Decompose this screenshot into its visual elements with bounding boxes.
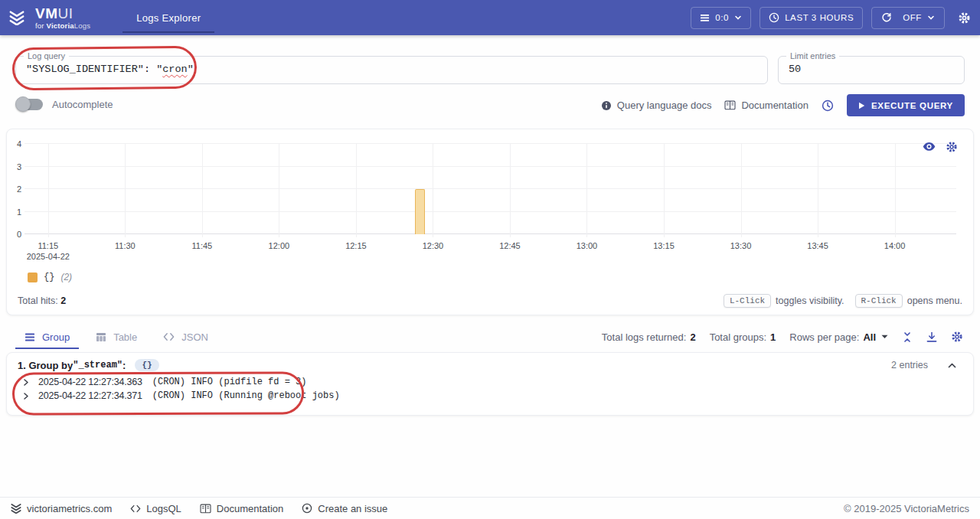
x-gridline (433, 144, 433, 237)
group-result-card: 1. Group by "_stream": {} 2 entries 2025… (6, 352, 974, 416)
chevron-right-icon[interactable] (24, 379, 28, 386)
target-icon (302, 503, 312, 514)
stream-value-chip[interactable]: {} (135, 359, 158, 371)
x-tick-label: 13:15 (653, 241, 675, 250)
autocomplete-toggle[interactable]: Autocomplete (17, 99, 113, 110)
caret-down-icon (881, 335, 888, 339)
total-hits-label: Total hits: (18, 295, 58, 306)
hits-info-row: Total hits: 2 L-Click toggles visibility… (18, 294, 962, 308)
total-logs-returned: Total logs returned: 2 (602, 331, 696, 343)
x-tick-label: 12:30 (423, 241, 444, 250)
y-tick-label: 4 (7, 140, 21, 149)
y-gridline (24, 166, 956, 167)
lclick-text: toggles visibility. (776, 295, 844, 306)
execute-query-button[interactable]: EXECUTE QUERY (847, 94, 965, 116)
navbar: VMUI for VictoriaLogs Logs Explorer 0:0 … (0, 0, 980, 35)
table-icon (96, 332, 106, 342)
tab-logs-explorer-label: Logs Explorer (136, 12, 201, 24)
rclick-key: R-Click (855, 294, 903, 308)
logo-sub-bold: Victoria (47, 21, 74, 30)
y-gridline (24, 143, 956, 144)
x-gridline (356, 144, 357, 237)
rows-per-page-select[interactable]: Rows per page: All (789, 331, 888, 343)
log-rows: 2025-04-22 12:27:34.363 (CRON) INFO (pid… (7, 373, 973, 403)
collapse-all-icon[interactable] (902, 331, 913, 343)
tab-json[interactable]: JSON (154, 325, 217, 349)
documentation-link[interactable]: Documentation (724, 100, 808, 111)
rclick-hint: R-Click opens menu. (855, 294, 963, 308)
clock-icon (769, 12, 779, 23)
footer-documentation-link[interactable]: Documentation (200, 503, 283, 514)
x-tick-label: 11:45 (191, 241, 212, 250)
y-tick-label: 0 (7, 230, 21, 239)
tab-group-label: Group (42, 331, 70, 343)
legend-count: (2) (60, 272, 72, 282)
query-language-docs-link[interactable]: Query language docs (601, 100, 712, 111)
group-title: 1. Group by "_stream": {} (18, 359, 159, 371)
refresh-icon[interactable] (881, 12, 892, 23)
legend-label: {} (44, 272, 54, 282)
time-range-value: LAST 3 HOURS (785, 13, 854, 22)
total-groups: Total groups: 1 (710, 331, 776, 343)
log-row[interactable]: 2025-04-22 12:27:34.371 (CRON) INFO (Run… (24, 389, 973, 403)
limit-entries-label: Limit entries (786, 51, 839, 60)
chevron-down-icon (927, 14, 935, 21)
log-row[interactable]: 2025-04-22 12:27:34.363 (CRON) INFO (pid… (24, 375, 973, 389)
tab-group[interactable]: Group (15, 325, 79, 349)
plot-area[interactable]: 0123411:152025-04-2211:3011:4512:0012:15… (28, 144, 956, 234)
victoriametrics-site-link[interactable]: victoriametrics.com (11, 503, 112, 514)
total-groups-value: 1 (770, 331, 776, 343)
chart-visibility-eye-icon[interactable] (923, 141, 936, 153)
book-icon (724, 100, 736, 110)
code-icon (163, 332, 175, 341)
chevron-right-icon[interactable] (24, 393, 28, 400)
x-gridline (510, 144, 511, 237)
results-toolbar: Group Table JSON Total logs returned: 2 … (6, 325, 974, 349)
table-settings-gear-icon[interactable] (951, 331, 963, 343)
x-axis-date-label: 2025-04-22 (27, 252, 70, 261)
y-tick-label: 2 (7, 185, 21, 194)
legend-item[interactable]: {} (2) (28, 272, 72, 282)
create-issue-link[interactable]: Create an issue (302, 503, 387, 514)
tenant-select-button[interactable]: 0:0 (691, 7, 751, 29)
autorefresh-control: OFF (871, 7, 945, 29)
logo-title-light: UI (58, 5, 74, 21)
x-gridline (279, 144, 279, 237)
logsql-link[interactable]: LogsQL (130, 503, 181, 514)
time-range-button[interactable]: LAST 3 HOURS (760, 7, 863, 29)
download-icon[interactable] (926, 331, 937, 343)
settings-gear-icon[interactable] (958, 11, 971, 24)
autorefresh-select[interactable]: OFF (903, 13, 935, 22)
group-stream-field: "_stream" (73, 360, 122, 370)
limit-entries-input[interactable]: Limit entries 50 (778, 56, 965, 84)
entries-count: 2 entries (891, 360, 928, 370)
query-language-docs-label: Query language docs (617, 100, 712, 111)
tab-table[interactable]: Table (87, 325, 146, 349)
chart-settings-gear-icon[interactable] (946, 141, 958, 153)
logs-explorer-page: VMUI for VictoriaLogs Logs Explorer 0:0 … (0, 0, 980, 519)
x-tick-label: 13:00 (577, 241, 598, 250)
x-tick-label: 12:15 (345, 241, 367, 250)
x-gridline (895, 144, 896, 237)
navbar-controls: 0:0 LAST 3 HOURS OFF (691, 7, 971, 29)
chevron-up-icon[interactable] (948, 363, 956, 368)
query-history-clock-icon[interactable] (822, 100, 834, 112)
tab-table-label: Table (113, 331, 137, 343)
toggle-switch-off[interactable] (17, 99, 43, 110)
hits-bar[interactable] (415, 189, 425, 234)
y-tick-label: 3 (7, 162, 21, 171)
chevron-down-icon (734, 14, 742, 21)
query-text-prefix: "SYSLOG_IDENTIFIER": " (26, 64, 162, 75)
rclick-text: opens menu. (907, 295, 962, 306)
logo-title-bold: VM (35, 5, 58, 21)
copyright: © 2019-2025 VictoriaMetrics (844, 503, 969, 514)
x-gridline (48, 144, 49, 237)
x-tick-label: 12:00 (269, 241, 290, 250)
documentation-label: Documentation (741, 100, 808, 111)
tab-logs-explorer[interactable]: Logs Explorer (122, 0, 214, 35)
book-icon (200, 504, 211, 514)
vmui-logo[interactable]: VMUI for VictoriaLogs (35, 6, 90, 30)
lclick-key: L-Click (724, 294, 771, 308)
log-query-input[interactable]: Log query "SYSLOG_IDENTIFIER": "cron" (15, 56, 768, 84)
vmui-logo-icon[interactable] (9, 10, 24, 25)
